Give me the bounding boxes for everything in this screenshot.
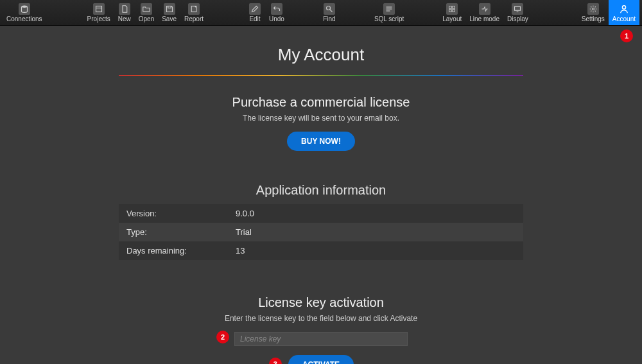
buy-now-button[interactable]: BUY NOW! [287,132,355,151]
info-label: Days remaining: [119,241,228,260]
svg-point-5 [326,6,330,10]
edit-button[interactable]: Edit [245,0,265,25]
line-mode-icon [479,3,490,15]
display-button[interactable]: Display [503,0,532,25]
info-label: Version: [119,204,228,223]
info-value: 9.0.0 [228,204,523,223]
table-row: Type: Trial [119,223,523,241]
svg-rect-11 [453,6,455,8]
svg-rect-13 [453,9,455,12]
layout-button[interactable]: Layout [438,0,465,25]
activate-button[interactable]: ACTIVATE [288,355,354,364]
table-row: Days remaining: 13 [119,241,523,260]
svg-rect-3 [168,6,171,8]
svg-line-6 [330,9,333,12]
folder-open-icon [141,3,152,15]
save-icon [164,3,175,15]
connections-button[interactable]: Connections [3,0,46,25]
new-file-icon [119,3,130,15]
purchase-subtext: The license key will be sent to your ema… [119,114,523,123]
main-content: My Account Purchase a commercial license… [0,26,642,364]
new-button[interactable]: New [114,0,135,25]
marker-2: 2 [216,331,229,343]
license-key-input[interactable] [234,332,408,346]
svg-point-16 [592,8,594,10]
line-mode-button[interactable]: Line mode [465,0,503,25]
svg-rect-14 [515,6,521,10]
search-icon [324,3,335,15]
settings-button[interactable]: Settings [578,0,609,25]
projects-icon [93,3,105,15]
gear-icon [587,3,599,15]
find-button[interactable]: Find [319,0,340,25]
marker-3: 3 [269,358,282,364]
info-value: 13 [228,241,523,260]
activation-heading: License key activation [119,295,523,310]
app-info-table: Version: 9.0.0 Type: Trial Days remainin… [119,204,523,260]
account-button[interactable]: Account [609,0,639,25]
display-icon [512,3,523,15]
user-icon [618,3,630,15]
activation-subtext: Enter the license key to the field below… [119,314,523,323]
svg-rect-10 [449,6,452,8]
purchase-heading: Purchase a commercial license [119,95,523,110]
report-button[interactable]: Report [180,0,207,25]
info-value: Trial [228,223,523,241]
table-row: Version: 9.0.0 [119,204,523,223]
svg-rect-1 [96,6,101,12]
save-button[interactable]: Save [158,0,180,25]
toolbar: Connections Projects New Open Save [0,0,642,26]
rainbow-divider [119,75,523,76]
sql-script-button[interactable]: SQL script [370,0,408,25]
pencil-icon [249,3,261,15]
script-icon [383,3,395,15]
undo-icon [271,3,282,15]
app-info-heading: Application information [119,183,523,198]
projects-button[interactable]: Projects [83,0,114,25]
svg-rect-12 [449,9,452,12]
undo-button[interactable]: Undo [265,0,288,25]
report-icon [188,3,200,15]
open-button[interactable]: Open [135,0,158,25]
database-icon [19,3,30,15]
svg-point-17 [622,5,625,8]
page-title: My Account [119,45,523,65]
marker-1: 1 [620,30,633,42]
info-label: Type: [119,223,228,241]
layout-icon [446,3,458,15]
svg-point-0 [21,5,27,7]
